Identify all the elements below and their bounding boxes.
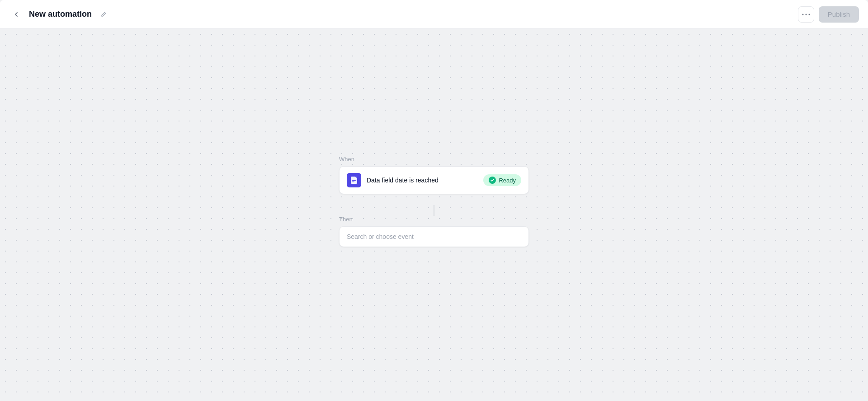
action-placeholder: Search or choose event — [347, 233, 414, 240]
edit-title-button[interactable] — [97, 8, 110, 21]
ready-badge-label: Ready — [499, 177, 516, 184]
trigger-icon — [347, 173, 361, 187]
back-button[interactable] — [9, 7, 24, 22]
publish-button[interactable]: Publish — [819, 6, 859, 23]
more-options-button[interactable] — [798, 6, 814, 23]
page-title: New automation — [29, 9, 92, 19]
trigger-card-left: Data field date is reached — [347, 173, 439, 187]
svg-rect-5 — [352, 182, 354, 182]
header: New automation Publish — [0, 0, 868, 29]
svg-rect-4 — [352, 180, 356, 181]
connector-line — [434, 205, 434, 216]
ready-badge: Ready — [483, 174, 521, 186]
svg-point-2 — [808, 14, 810, 15]
when-label: When — [339, 156, 529, 163]
header-left: New automation — [9, 7, 110, 22]
header-right: Publish — [798, 6, 859, 23]
trigger-card[interactable]: Data field date is reached Ready — [339, 166, 529, 194]
trigger-label: Data field date is reached — [367, 177, 439, 184]
app-container: New automation Publish When — [0, 0, 868, 401]
svg-point-1 — [805, 14, 807, 15]
automation-canvas: When Data field date is reached — [0, 29, 868, 401]
then-section: Then Search or choose event — [339, 216, 529, 247]
ready-check-icon — [489, 177, 496, 184]
svg-point-0 — [802, 14, 803, 15]
action-card[interactable]: Search or choose event — [339, 226, 529, 247]
canvas-content: When Data field date is reached — [339, 156, 529, 247]
then-label: Then — [339, 216, 529, 223]
